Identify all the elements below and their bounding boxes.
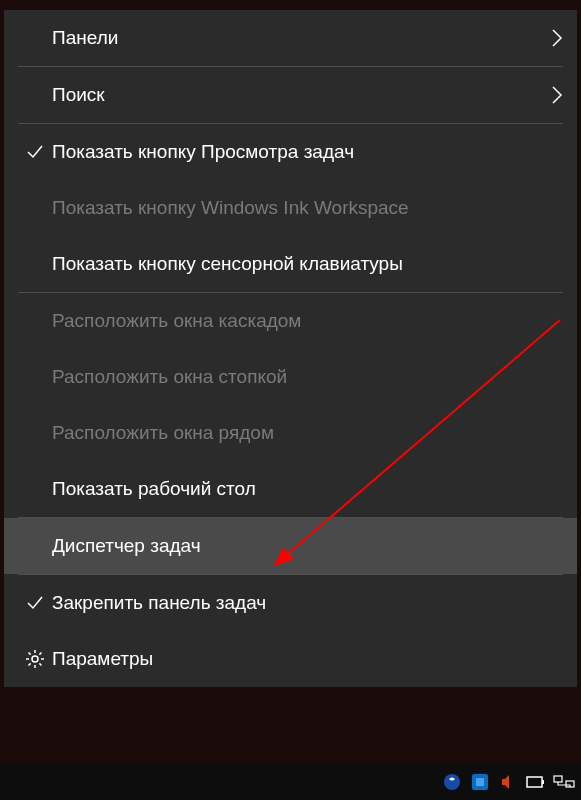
tray-battery-icon[interactable]	[525, 771, 547, 793]
svg-point-3	[444, 774, 460, 790]
menu-label: Показать кнопку сенсорной клавиатуры	[52, 253, 563, 275]
menu-label: Показать рабочий стол	[52, 478, 563, 500]
menu-label: Параметры	[52, 648, 563, 670]
menu-item-lock-taskbar[interactable]: Закрепить панель задач	[4, 575, 577, 631]
menu-item-search[interactable]: Поиск	[4, 67, 577, 123]
menu-item-side-by-side[interactable]: Расположить окна рядом	[4, 405, 577, 461]
menu-label: Поиск	[52, 84, 539, 106]
svg-point-0	[32, 656, 38, 662]
taskbar-context-menu: Панели Поиск Показать кнопку Просмотра з…	[4, 10, 577, 687]
svg-rect-7	[542, 780, 544, 784]
chevron-right-icon	[539, 85, 563, 105]
gear-icon	[18, 649, 52, 669]
menu-label: Показать кнопку Windows Ink Workspace	[52, 197, 563, 219]
check-icon	[18, 593, 52, 613]
menu-label: Панели	[52, 27, 539, 49]
menu-item-cascade[interactable]: Расположить окна каскадом	[4, 293, 577, 349]
menu-item-stack[interactable]: Расположить окна стопкой	[4, 349, 577, 405]
menu-item-touch-keyboard[interactable]: Показать кнопку сенсорной клавиатуры	[4, 236, 577, 292]
check-icon	[18, 142, 52, 162]
menu-item-windows-ink[interactable]: Показать кнопку Windows Ink Workspace	[4, 180, 577, 236]
menu-label: Диспетчер задач	[52, 535, 563, 557]
menu-label: Показать кнопку Просмотра задач	[52, 141, 563, 163]
menu-item-show-task-view[interactable]: Показать кнопку Просмотра задач	[4, 124, 577, 180]
menu-label: Расположить окна стопкой	[52, 366, 563, 388]
tray-app-icon[interactable]	[441, 771, 463, 793]
menu-item-settings[interactable]: Параметры	[4, 631, 577, 687]
menu-label: Расположить окна каскадом	[52, 310, 563, 332]
menu-item-task-manager[interactable]: Диспетчер задач	[4, 518, 577, 574]
taskbar	[0, 764, 581, 800]
tray-volume-icon[interactable]	[497, 771, 519, 793]
svg-rect-5	[476, 778, 484, 786]
tray-intel-icon[interactable]	[469, 771, 491, 793]
menu-item-panels[interactable]: Панели	[4, 10, 577, 66]
chevron-right-icon	[539, 28, 563, 48]
menu-item-show-desktop[interactable]: Показать рабочий стол	[4, 461, 577, 517]
menu-label: Закрепить панель задач	[52, 592, 563, 614]
tray-network-icon[interactable]	[553, 771, 575, 793]
svg-rect-8	[554, 776, 562, 782]
svg-rect-6	[527, 777, 542, 787]
menu-label: Расположить окна рядом	[52, 422, 563, 444]
